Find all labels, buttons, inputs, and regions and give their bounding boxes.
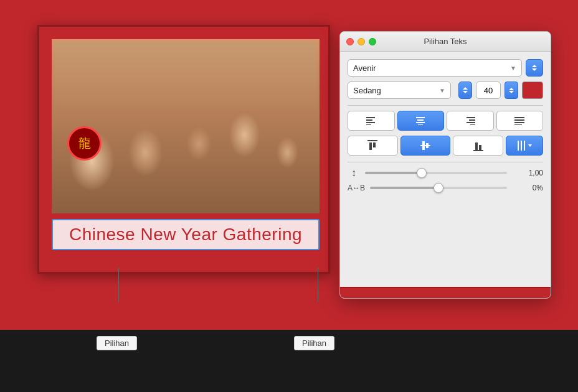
svg-rect-14 [514, 122, 524, 123]
spinner-down-arrow [532, 68, 537, 71]
svg-rect-4 [416, 117, 425, 118]
svg-rect-18 [373, 142, 376, 147]
svg-rect-9 [469, 119, 475, 121]
style-spinner[interactable] [458, 82, 472, 99]
greeting-card[interactable]: 龍 Chinese New Year Gathering [37, 25, 330, 274]
align-justify-button[interactable] [496, 111, 544, 131]
font-name-select[interactable]: Avenir ▼ [348, 59, 522, 77]
svg-rect-13 [514, 119, 524, 121]
style-dropdown-arrow: ▼ [439, 87, 445, 94]
svg-rect-15 [514, 124, 522, 125]
valign-middle-icon [420, 140, 430, 151]
text-options-panel: Pilihan Teks Avenir ▼ Sedang ▼ [339, 31, 551, 299]
callout-area [0, 268, 361, 330]
callout-right-label: Pilihan [294, 336, 334, 350]
size-down-arrow [509, 91, 514, 93]
font-size-value: 40 [484, 86, 493, 95]
char-spacing-thumb[interactable] [433, 183, 443, 193]
panel-title: Pilihan Teks [424, 37, 467, 46]
divider-2 [348, 162, 543, 162]
maximize-button[interactable] [369, 38, 376, 45]
line-spacing-fill [365, 172, 422, 174]
font-dropdown-arrow: ▼ [510, 65, 516, 72]
divider-1 [348, 105, 543, 106]
style-size-row: Sedang ▼ 40 [348, 82, 543, 99]
svg-rect-21 [426, 143, 429, 148]
svg-rect-24 [479, 145, 481, 150]
align-center-button[interactable] [397, 111, 445, 131]
col-line-3 [524, 141, 525, 151]
svg-rect-5 [417, 119, 424, 121]
panel-body: Avenir ▼ Sedang ▼ 40 [340, 52, 551, 205]
valign-bottom-button[interactable] [453, 136, 503, 156]
columns-dropdown-arrow [528, 144, 532, 147]
font-size-box[interactable]: 40 [476, 82, 501, 99]
valign-bottom-icon [473, 140, 483, 151]
char-spacing-label: A↔B [348, 184, 365, 192]
char-spacing-track[interactable] [370, 187, 507, 189]
svg-rect-3 [366, 124, 371, 125]
style-spinner-down [463, 91, 468, 93]
svg-rect-16 [367, 140, 377, 141]
close-button[interactable] [346, 38, 354, 45]
line-spacing-value: 1,00 [512, 169, 543, 177]
char-spacing-fill [370, 187, 438, 189]
columns-button[interactable] [506, 136, 543, 156]
line-spacing-track[interactable] [365, 172, 507, 174]
style-spinner-up [463, 87, 468, 90]
font-name-value: Avenir [353, 63, 376, 73]
panel-titlebar: Pilihan Teks [340, 32, 551, 52]
align-left-button[interactable] [348, 111, 395, 131]
valign-top-button[interactable] [348, 136, 398, 156]
canvas-background: 龍 Chinese New Year Gathering [0, 0, 361, 330]
align-center-icon [415, 116, 425, 125]
valign-top-icon [367, 140, 377, 151]
callout-line-left [118, 268, 119, 302]
align-right-icon [465, 116, 475, 125]
svg-rect-12 [514, 117, 524, 118]
decorative-circle: 龍 [67, 126, 102, 161]
svg-rect-0 [366, 117, 375, 118]
svg-rect-8 [467, 117, 475, 118]
size-spinner[interactable] [505, 82, 518, 99]
svg-rect-17 [369, 142, 372, 150]
card-photo: 龍 [52, 39, 320, 213]
callout-line-right [318, 268, 318, 302]
col-line-2 [521, 141, 522, 151]
align-right-button[interactable] [447, 111, 494, 131]
align-left-icon [366, 116, 376, 125]
horizontal-align-row [348, 111, 543, 131]
svg-rect-22 [473, 150, 483, 151]
vertical-align-row [348, 136, 543, 156]
family-photo: 龍 [52, 39, 320, 213]
spinner-up-arrow [532, 65, 537, 67]
size-up-arrow [509, 88, 514, 90]
font-name-row: Avenir ▼ [348, 59, 543, 77]
svg-rect-23 [475, 142, 478, 150]
svg-rect-20 [422, 141, 425, 150]
col-line-1 [518, 141, 519, 151]
minimize-button[interactable] [358, 38, 365, 45]
svg-rect-11 [470, 124, 475, 125]
callout-left-label: Pilihan [97, 336, 137, 350]
align-justify-icon [514, 116, 524, 125]
valign-middle-button[interactable] [400, 136, 451, 156]
line-spacing-icon: ↕ [348, 167, 360, 179]
title-text-box[interactable]: Chinese New Year Gathering [52, 219, 320, 250]
bottom-bar: Pilihan Pilihan [0, 330, 578, 392]
line-spacing-thumb[interactable] [417, 168, 427, 178]
card-title: Chinese New Year Gathering [69, 225, 302, 245]
text-color-swatch[interactable] [522, 82, 543, 99]
panel-bottom-bar [340, 287, 551, 298]
line-spacing-row: ↕ 1,00 [348, 167, 543, 179]
svg-rect-19 [420, 145, 430, 146]
svg-rect-10 [467, 122, 475, 123]
svg-rect-6 [416, 122, 425, 123]
char-spacing-row: A↔B 0% [348, 184, 543, 192]
font-spinner[interactable] [526, 59, 543, 77]
font-style-select[interactable]: Sedang ▼ [348, 82, 451, 99]
char-spacing-value: 0% [512, 184, 543, 192]
window-controls[interactable] [346, 38, 376, 45]
svg-rect-1 [366, 119, 372, 121]
svg-rect-7 [418, 124, 423, 125]
